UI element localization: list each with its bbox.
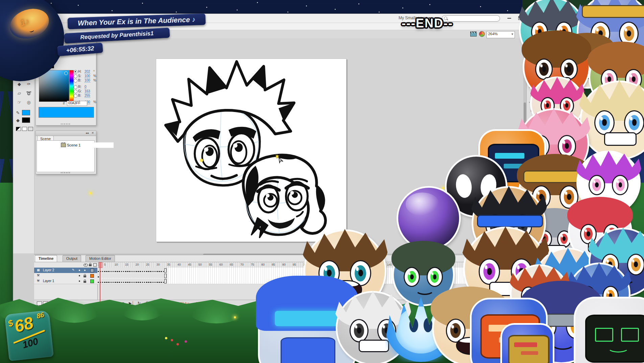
- eye-glint: [537, 191, 540, 195]
- keyframe-span[interactable]: [97, 278, 167, 283]
- radio-button[interactable]: [74, 74, 77, 78]
- panel-resize-grip[interactable]: [61, 123, 71, 124]
- keyframe-dot: [159, 282, 160, 283]
- lock-icon[interactable]: [84, 275, 86, 277]
- keyframe-dot: [152, 271, 154, 272]
- layer-row[interactable]: ▦Layer 2✎: [34, 268, 97, 273]
- eye-glint: [517, 265, 520, 269]
- lock-dot[interactable]: [84, 270, 86, 271]
- radio-button[interactable]: [74, 70, 77, 74]
- star: [402, 7, 403, 8]
- no-color-button[interactable]: [22, 127, 27, 131]
- layer-outline-color[interactable]: [90, 269, 94, 272]
- color-channel-label: G:: [78, 89, 82, 93]
- star: [237, 9, 238, 10]
- pupil: [546, 103, 549, 108]
- minimize-button[interactable]: [504, 14, 514, 22]
- color-channel-label: B:: [78, 78, 81, 82]
- scene-list-item[interactable]: Scene 1: [59, 142, 114, 148]
- keyframe-dot: [140, 282, 141, 283]
- color-channel-value[interactable]: 0: [85, 85, 87, 89]
- radio-button[interactable]: [74, 90, 77, 93]
- star: [335, 9, 336, 10]
- color-channel-value[interactable]: 100: [85, 78, 90, 83]
- keyframe-span[interactable]: [97, 273, 167, 278]
- picker-knob[interactable]: [64, 71, 68, 75]
- keyframe-dot: [161, 282, 162, 283]
- stroke-pencil-icon: ✎: [14, 109, 22, 117]
- blob-eye: [454, 173, 473, 199]
- close-icon[interactable]: ✕: [91, 131, 94, 135]
- color-channel-value[interactable]: 202: [85, 70, 90, 74]
- color-channel-value[interactable]: 255: [85, 94, 90, 98]
- visibility-dot[interactable]: [79, 280, 80, 282]
- star: [176, 12, 177, 13]
- edit-symbol-icon[interactable]: [479, 31, 485, 37]
- playhead[interactable]: [100, 262, 100, 307]
- star: [51, 3, 52, 4]
- ruler-label: 20: [136, 263, 139, 266]
- visibility-dot[interactable]: [79, 270, 80, 271]
- hue-slider[interactable]: [69, 70, 74, 102]
- zoom-tool[interactable]: ◎: [25, 98, 33, 106]
- lasso-tool[interactable]: ➰: [25, 89, 33, 97]
- layer-row[interactable]: ⚒: [34, 273, 97, 279]
- color-channel-value[interactable]: 163: [85, 89, 90, 93]
- pupil: [619, 182, 622, 187]
- star: [287, 12, 288, 13]
- saturation-brightness-picker[interactable]: [39, 70, 69, 102]
- eraser-tool[interactable]: ▱: [15, 89, 23, 97]
- keyframe-dot: [127, 271, 128, 272]
- keyframe-dot: [142, 271, 143, 272]
- avatar-corner-bot: [502, 325, 553, 363]
- keyframe-dot: [134, 282, 135, 283]
- crt-glasses-right: [621, 328, 639, 342]
- zoom-level-dropdown[interactable]: 264% ▾: [486, 31, 515, 38]
- color-channel-value[interactable]: 100: [85, 74, 90, 78]
- radio-button[interactable]: [74, 94, 77, 98]
- outline-icon[interactable]: [93, 263, 97, 267]
- eye: [404, 267, 420, 287]
- edit-scene-icon[interactable]: [470, 31, 477, 37]
- swap-colors-button[interactable]: [28, 127, 33, 131]
- default-colors-button[interactable]: [16, 127, 21, 131]
- avatar-crt: [575, 298, 644, 363]
- hair: [391, 241, 455, 275]
- radio-button[interactable]: [74, 79, 77, 83]
- iris: [483, 263, 495, 280]
- pupil: [609, 293, 613, 298]
- keyframe-dot: [134, 271, 135, 272]
- ruler-label: 95: [293, 263, 296, 266]
- keyframe-dot: [129, 271, 130, 272]
- pupil: [327, 270, 332, 276]
- zoom-level-value: 264%: [488, 32, 498, 36]
- eyedropper-tool[interactable]: ✑: [25, 80, 33, 88]
- keyframe-span[interactable]: [97, 268, 167, 273]
- playhead-handle[interactable]: [98, 262, 102, 268]
- hand-tool[interactable]: ☞: [15, 98, 23, 106]
- end-frame-marker: [164, 268, 166, 273]
- lock-icon[interactable]: [89, 264, 92, 266]
- layer-outline-color[interactable]: [90, 274, 94, 278]
- hex-input[interactable]: 00A3FF: [67, 101, 87, 106]
- ruler-label: 40: [177, 263, 181, 266]
- layer-outline-color[interactable]: [90, 279, 94, 283]
- keyframe-dot: [148, 282, 149, 283]
- layer-row[interactable]: ⚒Layer 1: [34, 278, 97, 284]
- drawing-stage[interactable]: [156, 59, 347, 242]
- show-hide-icon[interactable]: [84, 264, 88, 267]
- radio-button[interactable]: [74, 85, 77, 89]
- keyframe-dot: [115, 282, 116, 283]
- pupil: [607, 76, 611, 82]
- eye-glint: [564, 101, 566, 104]
- panel-resize-grip[interactable]: [61, 172, 71, 173]
- eye: [627, 254, 644, 276]
- ruler-label: 15: [125, 263, 128, 266]
- fill-color-swatch[interactable]: [22, 117, 30, 123]
- stroke-color-swatch[interactable]: [22, 110, 30, 115]
- visibility-dot[interactable]: [79, 275, 80, 276]
- star: [358, 3, 359, 4]
- collapse-icon[interactable]: ◂◂: [86, 131, 89, 135]
- pupil: [358, 270, 363, 276]
- lock-icon[interactable]: [84, 281, 86, 283]
